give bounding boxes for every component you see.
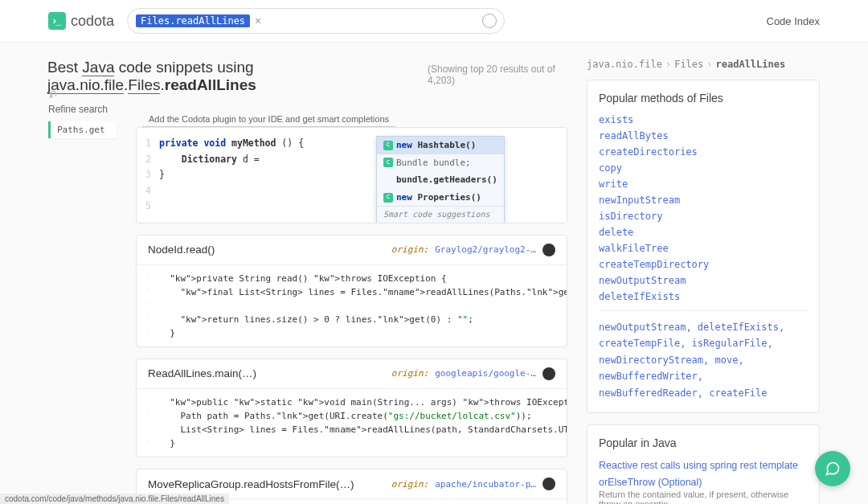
- suggestion-icon: c: [383, 141, 393, 150]
- method-link-inline[interactable]: isRegularFile: [692, 338, 768, 349]
- method-link-inline[interactable]: newOutputStream: [599, 322, 686, 333]
- popular-link[interactable]: Reactive rest calls using spring rest te…: [599, 460, 798, 471]
- popular-java-card: Popular in Java Reactive rest calls usin…: [587, 424, 820, 504]
- refine-arrow-icon: ↻: [48, 88, 58, 100]
- method-link[interactable]: createDirectories: [599, 146, 808, 158]
- method-link-inline[interactable]: newBufferedWriter: [599, 371, 698, 382]
- logo[interactable]: ›_ codota: [48, 12, 114, 30]
- method-link-inline[interactable]: deleteIfExists: [698, 322, 779, 333]
- github-icon[interactable]: [542, 244, 555, 256]
- search-submit-icon[interactable]: [482, 14, 497, 28]
- suggestion-icon: c: [383, 193, 393, 203]
- method-link[interactable]: copy: [599, 162, 808, 174]
- snippet-card: ReadAllLines.main(…)origin: googleapis/g…: [136, 359, 567, 457]
- method-link-inline[interactable]: createTempFile: [599, 338, 680, 349]
- title-row: Best Java code snippets using java.nio.f…: [47, 59, 567, 97]
- method-link-inline[interactable]: newBufferedReader: [599, 387, 698, 399]
- snippet-card: NodeId.read()origin: Graylog2/graylog2-……: [136, 235, 567, 347]
- autocomplete-popup: cnew Hashtable() cBundle bundle; bundle.…: [376, 136, 505, 223]
- status-bar-url: codota.com/code/java/methods/java.nio.fi…: [0, 494, 229, 504]
- method-link-inline[interactable]: move: [715, 354, 739, 366]
- popup-item[interactable]: cBundle bundle;: [377, 154, 504, 172]
- refine-label: Refine search: [48, 104, 117, 115]
- search-value: Files.readAllLines: [136, 14, 250, 27]
- method-link[interactable]: write: [599, 178, 808, 190]
- side-title: Popular in Java: [599, 436, 808, 449]
- logo-icon: ›_: [48, 12, 66, 30]
- origin-label: origin:: [391, 368, 428, 379]
- breadcrumb: java.nio.file›Files›readAllLines: [587, 59, 820, 70]
- more-methods: newOutputStream, deleteIfExists, createT…: [599, 310, 808, 401]
- refine-chip[interactable]: Paths.get: [48, 121, 117, 138]
- method-link[interactable]: exists: [599, 114, 808, 125]
- popular-methods-card: Popular methods of Files existsreadAllBy…: [587, 80, 820, 413]
- method-link-inline[interactable]: newDirectoryStream: [599, 354, 703, 366]
- logo-text: codota: [71, 13, 114, 30]
- popular-link[interactable]: orElseThrow (Optional): [599, 477, 702, 488]
- method-link[interactable]: newInputStream: [599, 195, 808, 206]
- snippet-title[interactable]: ReadAllLines.main(…): [148, 367, 385, 379]
- snippet-title[interactable]: NodeId.read(): [148, 244, 385, 256]
- search-wrap: Files.readAllLines ×: [127, 8, 505, 34]
- clear-search-icon[interactable]: ×: [255, 14, 261, 27]
- breadcrumb-class[interactable]: Files: [674, 59, 703, 70]
- github-icon[interactable]: [542, 367, 555, 380]
- suggestion-icon: c: [383, 158, 393, 167]
- side-title: Popular methods of Files: [599, 92, 808, 104]
- method-link[interactable]: newOutputStream: [599, 275, 808, 286]
- method-link[interactable]: delete: [599, 227, 808, 238]
- github-icon[interactable]: [542, 477, 555, 490]
- page-title: Best Java code snippets using java.nio.f…: [47, 59, 420, 94]
- results-count: (Showing top 20 results out of 4,203): [428, 64, 567, 86]
- breadcrumb-pkg[interactable]: java.nio.file: [587, 59, 662, 70]
- method-link[interactable]: isDirectory: [599, 211, 808, 222]
- snippet-title[interactable]: MoveReplicaGroup.readHostsFromFile(…): [148, 478, 385, 490]
- method-link-inline[interactable]: createFile: [709, 387, 767, 399]
- method-link[interactable]: createTempDirectory: [599, 259, 808, 270]
- header: ›_ codota Files.readAllLines × Code Inde…: [0, 0, 868, 43]
- popular-desc: Return the contained value, if present, …: [599, 490, 808, 504]
- popup-footer: Smart code suggestions by Codota: [377, 206, 504, 223]
- search-input[interactable]: Files.readAllLines ×: [127, 8, 505, 34]
- plugin-banner[interactable]: Add the Codota plugin to your IDE and ge…: [142, 112, 395, 127]
- origin-link[interactable]: Graylog2/graylog2-…: [435, 244, 536, 255]
- chat-icon: [825, 461, 841, 477]
- origin-link[interactable]: apache/incubator-p…: [435, 479, 536, 490]
- origin-label: origin:: [391, 479, 428, 490]
- origin-link[interactable]: googleapis/google-…: [435, 368, 536, 379]
- method-link[interactable]: walkFileTree: [599, 243, 808, 254]
- popup-item-sub: bundle.getHeaders(): [377, 171, 504, 189]
- chat-fab[interactable]: [815, 451, 850, 486]
- popup-item[interactable]: cnew Properties(): [377, 189, 504, 207]
- breadcrumb-method: readAllLines: [716, 59, 786, 70]
- popup-item[interactable]: cnew Hashtable(): [377, 137, 504, 154]
- refine-sidebar: ↻ Refine search Paths.get: [48, 59, 117, 504]
- method-link[interactable]: readAllBytes: [599, 130, 808, 141]
- plugin-banner-wrap: Add the Codota plugin to your IDE and ge…: [136, 112, 567, 127]
- method-link[interactable]: deleteIfExists: [599, 291, 808, 302]
- code-preview-card: cnew Hashtable() cBundle bundle; bundle.…: [136, 127, 567, 223]
- origin-label: origin:: [391, 244, 428, 255]
- code-index-link[interactable]: Code Index: [767, 15, 821, 27]
